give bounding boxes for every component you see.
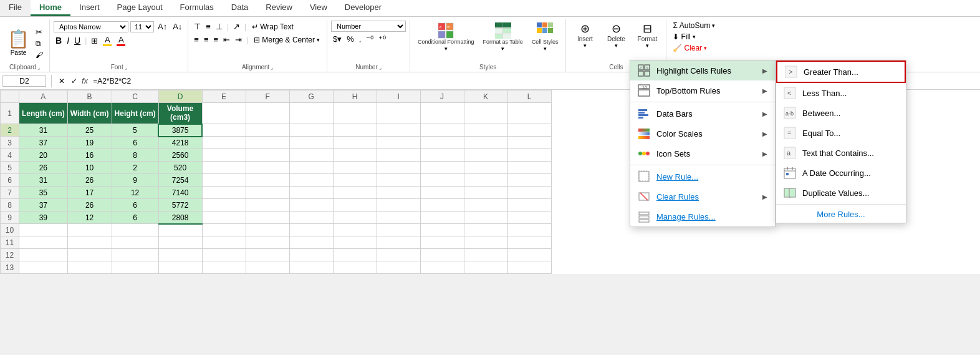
cell-l2[interactable] <box>507 124 551 137</box>
cell-k1[interactable] <box>464 103 507 124</box>
col-header-f[interactable]: F <box>246 90 289 103</box>
cell-b8[interactable]: 26 <box>67 199 112 212</box>
cell-c3[interactable]: 6 <box>112 137 158 149</box>
greater-than-item[interactable]: > Greater Than... <box>776 61 906 83</box>
tab-file[interactable]: File <box>0 0 31 16</box>
cell-e1[interactable] <box>202 103 246 124</box>
font-size-select[interactable]: 11 <box>130 21 154 32</box>
conditional-formatting-button[interactable]: < = Conditional Formatting ▾ <box>414 21 478 53</box>
row-header-12[interactable]: 12 <box>1 249 19 261</box>
cf-menu-icon-sets[interactable]: Icon Sets ▶ <box>630 143 775 163</box>
cell-c2[interactable]: 5 <box>112 124 158 137</box>
cell-a2[interactable]: 31 <box>19 124 68 137</box>
cell-d5[interactable]: 520 <box>158 162 202 174</box>
number-format-select[interactable]: Number <box>331 21 406 32</box>
cf-menu-clear-rules[interactable]: Clear Rules ▶ <box>630 187 775 207</box>
align-middle-button[interactable]: ≡ <box>204 21 213 32</box>
bold-button[interactable]: B <box>54 34 64 47</box>
cell-f1[interactable] <box>246 103 289 124</box>
row-header-6[interactable]: 6 <box>1 174 19 187</box>
cell-a7[interactable]: 35 <box>19 187 68 199</box>
cell-b7[interactable]: 17 <box>67 187 112 199</box>
clipboard-expand-icon[interactable]: ⌟ <box>37 64 40 71</box>
align-bottom-button[interactable]: ⊥ <box>214 21 224 32</box>
comma-button[interactable]: , <box>357 34 363 44</box>
row-header-10[interactable]: 10 <box>1 224 19 236</box>
cell-c4[interactable]: 8 <box>112 149 158 162</box>
row-header-11[interactable]: 11 <box>1 236 19 249</box>
cell-b9[interactable]: 12 <box>67 212 112 224</box>
cell-d6[interactable]: 7254 <box>158 174 202 187</box>
duplicate-values-item[interactable]: Duplicate Values... <box>776 183 906 203</box>
cell-f2[interactable] <box>246 124 289 137</box>
cell-g1[interactable] <box>289 103 333 124</box>
cf-menu-manage-rules[interactable]: Manage Rules... <box>630 207 775 226</box>
row-header-9[interactable]: 9 <box>1 212 19 224</box>
decrease-font-button[interactable]: A↓ <box>171 21 184 32</box>
cell-i2[interactable] <box>377 124 420 137</box>
cell-a4[interactable]: 20 <box>19 149 68 162</box>
col-header-a[interactable]: A <box>19 90 68 103</box>
tab-view[interactable]: View <box>301 0 336 16</box>
cell-a6[interactable]: 31 <box>19 174 68 187</box>
confirm-formula-button[interactable]: ✓ <box>69 77 79 85</box>
format-as-table-button[interactable]: Format as Table ▾ <box>479 21 527 53</box>
underline-button[interactable]: U <box>72 34 82 47</box>
cell-d7[interactable]: 7140 <box>158 187 202 199</box>
decrease-decimal-button[interactable]: ⁻⁰ <box>364 34 375 44</box>
date-occurring-item[interactable]: A Date Occurring... <box>776 163 906 183</box>
orientation-button[interactable]: ↗ <box>231 21 242 32</box>
font-expand-icon[interactable]: ⌟ <box>125 64 127 71</box>
cell-c6[interactable]: 9 <box>112 174 158 187</box>
row-header-4[interactable]: 4 <box>1 149 19 162</box>
tab-developer[interactable]: Developer <box>336 0 390 16</box>
tab-insert[interactable]: Insert <box>70 0 108 16</box>
row-header-1[interactable]: 1 <box>1 103 19 124</box>
cell-b2[interactable]: 25 <box>67 124 112 137</box>
insert-button[interactable]: ⊕ Insert ▾ <box>570 21 600 50</box>
cell-d9[interactable]: 2808 <box>158 212 202 224</box>
text-contains-item[interactable]: a Text that Contains... <box>776 143 906 163</box>
clear-button[interactable]: 🧹Clear▾ <box>670 43 718 53</box>
cell-a1[interactable]: Length (cm) <box>19 103 68 124</box>
cell-e3[interactable] <box>202 137 246 149</box>
row-header-2[interactable]: 2 <box>1 124 19 137</box>
col-header-c[interactable]: C <box>112 90 158 103</box>
fill-button[interactable]: ⬇Fill▾ <box>670 32 718 42</box>
cell-styles-button[interactable]: Cell Styles ▾ <box>528 21 562 53</box>
alignment-expand-icon[interactable]: ⌟ <box>271 64 273 71</box>
cell-h2[interactable] <box>333 124 377 137</box>
align-right-button[interactable]: ≡ <box>212 34 221 46</box>
tab-review[interactable]: Review <box>257 0 301 16</box>
row-header-8[interactable]: 8 <box>1 199 19 212</box>
cf-menu-new-rule[interactable]: New Rule... <box>630 167 775 187</box>
cell-c8[interactable]: 6 <box>112 199 158 212</box>
decrease-indent-button[interactable]: ⇤ <box>221 34 232 46</box>
cell-c1[interactable]: Height (cm) <box>112 103 158 124</box>
tab-formulas[interactable]: Formulas <box>171 0 223 16</box>
cell-b1[interactable]: Width (cm) <box>67 103 112 124</box>
tab-home[interactable]: Home <box>31 0 70 16</box>
font-family-select[interactable]: Aptos Narrow <box>54 21 128 32</box>
cell-d3[interactable]: 4218 <box>158 137 202 149</box>
align-center-button[interactable]: ≡ <box>202 34 211 46</box>
cell-b3[interactable]: 19 <box>67 137 112 149</box>
col-header-d[interactable]: D <box>158 90 202 103</box>
row-header-7[interactable]: 7 <box>1 187 19 199</box>
cell-b5[interactable]: 10 <box>67 162 112 174</box>
percent-button[interactable]: % <box>345 34 356 44</box>
cell-j2[interactable] <box>420 124 464 137</box>
col-header-j[interactable]: J <box>420 90 464 103</box>
col-header-i[interactable]: I <box>377 90 420 103</box>
col-header-h[interactable]: H <box>333 90 377 103</box>
cf-menu-highlight-cells[interactable]: < > Highlight Cells Rules ▶ <box>630 61 775 80</box>
cf-menu-color-scales[interactable]: Color Scales ▶ <box>630 124 775 143</box>
row-header-5[interactable]: 5 <box>1 162 19 174</box>
cell-d8[interactable]: 5772 <box>158 199 202 212</box>
fx-icon[interactable]: fx <box>82 76 88 85</box>
cell-reference-input[interactable] <box>2 75 46 87</box>
format-painter-button[interactable]: 🖌 <box>34 50 44 60</box>
between-item[interactable]: a-b Between... <box>776 103 906 123</box>
cancel-formula-button[interactable]: ✕ <box>57 77 67 85</box>
cf-menu-data-bars[interactable]: Data Bars ▶ <box>630 104 775 124</box>
